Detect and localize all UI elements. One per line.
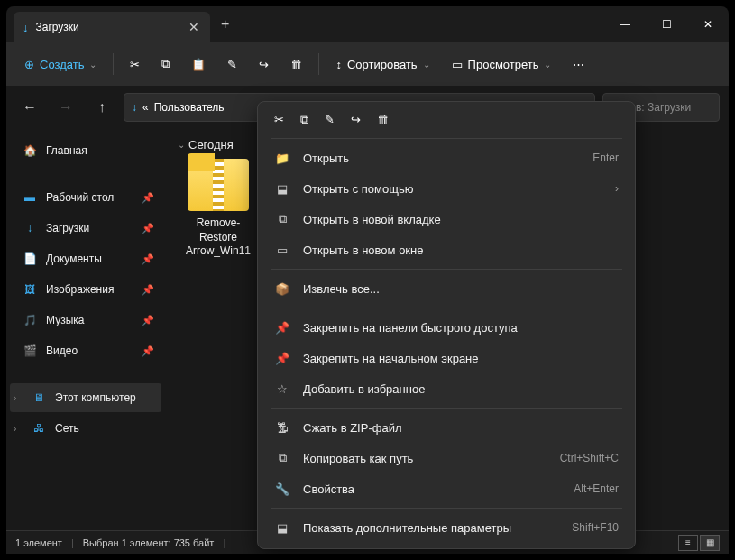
pc-icon: 🖥 — [32, 390, 46, 405]
ctx-copypath[interactable]: ⧉Копировать как путьCtrl+Shift+C — [263, 443, 629, 473]
delete-button[interactable]: 🗑 — [281, 49, 311, 79]
cut-button[interactable]: ✂ — [121, 49, 149, 79]
paste-button[interactable]: 📋 — [182, 49, 215, 79]
rename-button[interactable]: ✎ — [218, 49, 246, 79]
tab-close-button[interactable]: ✕ — [185, 20, 203, 34]
trash-icon[interactable]: 🗑 — [377, 113, 389, 127]
separator — [271, 308, 622, 308]
ctx-label: Извлечь все... — [303, 282, 380, 296]
share-button[interactable]: ↪ — [250, 49, 278, 79]
sidebar-downloads[interactable]: ↓Загрузки📌 — [10, 214, 161, 243]
network-icon: 🖧 — [32, 421, 46, 436]
file-name: Remove-Restore Arrow_Win11 — [178, 216, 259, 259]
share-icon: ↪ — [259, 58, 269, 71]
up-button[interactable]: ↑ — [87, 93, 116, 122]
minimize-button[interactable]: ― — [604, 6, 646, 42]
file-zip[interactable]: Remove-Restore Arrow_Win11 — [178, 159, 259, 259]
ctx-extract[interactable]: 📦Извлечь все... — [263, 273, 629, 304]
sidebar-documents[interactable]: 📄Документы📌 — [10, 244, 161, 273]
sidebar-label: Загрузки — [46, 222, 89, 234]
sidebar-home[interactable]: 🏠Главная — [10, 136, 161, 165]
ctx-opentab[interactable]: ⧉Открыть в новой вкладке — [263, 204, 629, 234]
copy-button[interactable]: ⧉ — [152, 49, 179, 79]
desktop-icon: ▬ — [23, 190, 37, 205]
separator — [271, 269, 622, 270]
ctx-props[interactable]: 🔧СвойстваAlt+Enter — [263, 473, 629, 504]
sidebar-videos[interactable]: 🎬Видео📌 — [10, 336, 161, 365]
view-list-button[interactable]: ≡ — [678, 535, 698, 551]
ctx-label: Добавить в избранное — [303, 382, 425, 396]
separator — [271, 408, 622, 409]
view-grid-button[interactable]: ▦ — [700, 535, 720, 551]
rename-icon: ✎ — [227, 58, 237, 71]
path-icon: ⧉ — [274, 451, 290, 465]
copy-icon: ⧉ — [161, 57, 170, 71]
sidebar-network[interactable]: ›🖧Сеть — [10, 414, 161, 443]
new-tab-button[interactable]: + — [210, 16, 240, 32]
separator — [318, 53, 319, 75]
tab-downloads[interactable]: ↓ Загрузки ✕ — [14, 12, 210, 42]
sidebar-label: Документы — [46, 252, 102, 265]
titlebar: ↓ Загрузки ✕ + ― ☐ ✕ — [6, 6, 729, 42]
paste-icon: 📋 — [191, 58, 206, 71]
explorer-window: ↓ Загрузки ✕ + ― ☐ ✕ ⊕ Создать ⌄ ✂ ⧉ 📋 ✎… — [6, 6, 729, 554]
sort-label: Сортировать — [347, 58, 418, 71]
more-icon: ⋯ — [573, 58, 584, 71]
ctx-open[interactable]: 📁ОткрытьEnter — [263, 142, 629, 173]
sidebar-label: Музыка — [46, 314, 84, 326]
separator: | — [223, 537, 225, 548]
star-icon: ☆ — [274, 382, 290, 396]
pin-icon: 📌 — [142, 315, 154, 326]
ctx-label: Закрепить на начальном экране — [303, 352, 479, 365]
download-icon: ↓ — [23, 221, 37, 235]
more-icon: ⬓ — [274, 521, 290, 535]
ctx-label: Показать дополнительные параметры — [303, 521, 511, 535]
ctx-more[interactable]: ⬓Показать дополнительные параметрыShift+… — [263, 512, 629, 543]
copy-icon[interactable]: ⧉ — [300, 113, 308, 127]
ctx-label: Открыть в новом окне — [303, 243, 423, 257]
toolbar: ⊕ Создать ⌄ ✂ ⧉ 📋 ✎ ↪ 🗑 ↕ Сортировать ⌄ … — [6, 42, 729, 86]
ctx-openwindow[interactable]: ▭Открыть в новом окне — [263, 234, 629, 265]
cut-icon: ✂ — [130, 58, 140, 71]
ctx-pinquick[interactable]: 📌Закрепить на панели быстрого доступа — [263, 312, 629, 343]
chevron-right-icon: › — [14, 393, 16, 403]
sidebar-desktop[interactable]: ▬Рабочий стол📌 — [10, 183, 161, 212]
ctx-fav[interactable]: ☆Добавить в избранное — [263, 373, 629, 404]
close-button[interactable]: ✕ — [687, 6, 729, 42]
separator: | — [71, 537, 74, 548]
new-button[interactable]: ⊕ Создать ⌄ — [15, 49, 106, 79]
ctx-shortcut: Ctrl+Shift+C — [560, 452, 619, 464]
sidebar-music[interactable]: 🎵Музыка📌 — [10, 306, 161, 335]
view-label: Просмотреть — [468, 58, 539, 71]
window-icon: ▭ — [274, 243, 290, 257]
address-path: Пользователь — [154, 101, 225, 114]
sidebar-label: Этот компьютер — [55, 391, 136, 404]
view-icon: ▭ — [452, 58, 463, 71]
ctx-shortcut: Alt+Enter — [574, 482, 619, 495]
window-controls: ― ☐ ✕ — [604, 6, 729, 42]
ctx-label: Закрепить на панели быстрого доступа — [303, 321, 518, 335]
ctx-zip[interactable]: 🗜Сжать в ZIP-файл — [263, 412, 629, 443]
ctx-shortcut: Enter — [593, 151, 619, 164]
ctx-openwith[interactable]: ⬓Открыть с помощью› — [263, 173, 629, 204]
rename-icon[interactable]: ✎ — [325, 113, 335, 127]
share-icon[interactable]: ↪ — [351, 113, 361, 127]
zip-icon: 🗜 — [274, 421, 290, 435]
new-label: Создать — [40, 58, 84, 71]
sidebar-pictures[interactable]: 🖼Изображения📌 — [10, 275, 161, 304]
view-button[interactable]: ▭ Просмотреть ⌄ — [443, 49, 561, 79]
cut-icon[interactable]: ✂ — [274, 113, 284, 127]
sort-button[interactable]: ↕ Сортировать ⌄ — [326, 49, 438, 79]
pin-icon: 📌 — [142, 223, 154, 234]
ctx-label: Копировать как путь — [303, 452, 413, 465]
context-menu: ✂ ⧉ ✎ ↪ 🗑 📁ОткрытьEnter ⬓Открыть с помощ… — [257, 101, 636, 549]
download-icon: ↓ — [23, 21, 29, 34]
forward-button[interactable]: → — [51, 93, 80, 122]
back-button[interactable]: ← — [15, 93, 44, 122]
wrench-icon: 🔧 — [274, 482, 290, 496]
pin-icon: 📌 — [274, 321, 290, 335]
ctx-pinstart[interactable]: 📌Закрепить на начальном экране — [263, 343, 629, 373]
sidebar-thispc[interactable]: ›🖥Этот компьютер — [10, 383, 161, 412]
more-button[interactable]: ⋯ — [564, 49, 593, 79]
maximize-button[interactable]: ☐ — [646, 6, 687, 42]
